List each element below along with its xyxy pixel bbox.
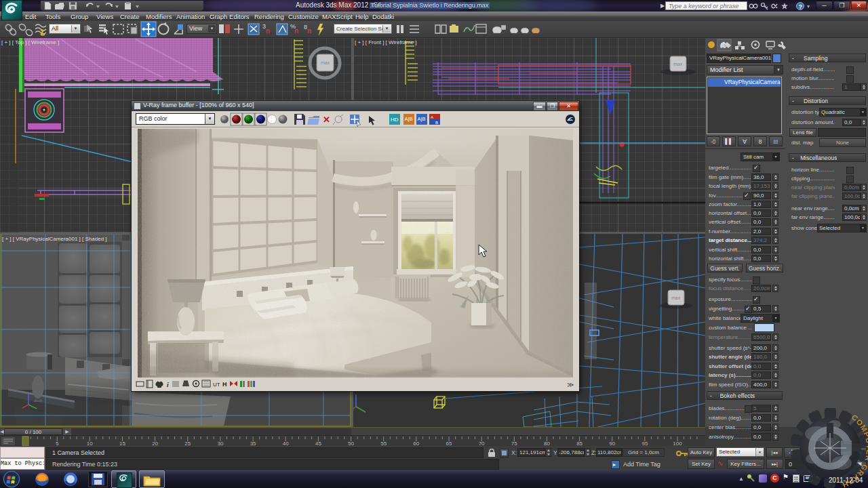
svg-text:≫: ≫: [567, 381, 574, 388]
svg-text:HD: HD: [391, 117, 399, 123]
svg-text:UT: UT: [213, 382, 220, 388]
svg-text:A|B: A|B: [405, 116, 413, 122]
svg-text:✕: ✕: [323, 115, 330, 125]
svg-text:i: i: [167, 382, 169, 388]
svg-text:▾: ▾: [807, 3, 810, 9]
svg-text:max: max: [321, 60, 330, 65]
svg-text:A: A: [431, 115, 433, 119]
svg-text:n: n: [307, 27, 311, 35]
svg-text:max: max: [673, 62, 683, 66]
svg-text:H: H: [222, 381, 227, 388]
svg-text:?: ?: [799, 3, 803, 10]
svg-text:B: B: [435, 121, 438, 125]
svg-text:A|B: A|B: [418, 116, 426, 122]
svg-text:max: max: [671, 296, 681, 300]
svg-text:n: n: [294, 27, 298, 35]
svg-text:n: n: [266, 27, 270, 35]
